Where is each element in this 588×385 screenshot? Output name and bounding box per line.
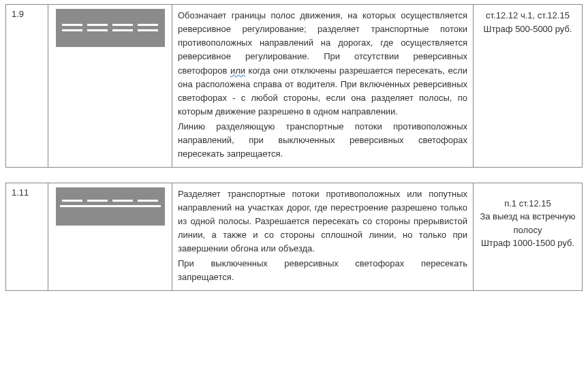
table-row: 1.9 Обозначает границы полос движения, н… [6,5,583,168]
rule-number-cell: 1.11 [6,183,48,290]
sign-cell [48,183,172,290]
penalty-text: За выезд на встречную [479,210,576,224]
description-cell: Обозначает границы полос движения, на ко… [172,5,474,168]
road-marking-icon [56,9,165,47]
rule-number: 1.11 [12,187,29,198]
description-paragraph: При выключенных реверсивных светофорах п… [178,257,467,284]
description-paragraph: Разделяет транспортные потоки противопол… [178,187,467,256]
penalty-text: полосу [479,224,576,237]
rule-number-cell: 1.9 [6,5,48,168]
road-marking-icon [56,187,165,226]
law-reference: ст.12.12 ч.1, ст.12.15 [479,9,576,22]
underlined-text: или [230,65,245,76]
description-paragraph: Обозначает границы полос движения, на ко… [178,9,467,119]
law-cell: ст.12.12 ч.1, ст.12.15 Штраф 500-5000 ру… [474,5,583,168]
law-cell: п.1 ст.12.15 За выезд на встречную полос… [474,183,583,290]
traffic-rules-table-1: 1.9 Обозначает границы полос движения, н… [5,4,583,168]
penalty-text: Штраф 1000-1500 руб. [479,236,576,250]
rule-number: 1.9 [12,9,24,19]
law-reference: п.1 ст.12.15 [479,197,576,211]
description-cell: Разделяет транспортные потоки противопол… [172,183,474,290]
penalty-text: Штраф 500-5000 руб. [479,22,576,36]
description-paragraph: Линию разделяющую транспортные потоки пр… [178,120,467,161]
traffic-rules-table-2: 1.11 Разделяет транспортные потоки проти… [5,183,583,291]
sign-cell [48,5,172,168]
table-row: 1.11 Разделяет транспортные потоки проти… [6,183,583,290]
